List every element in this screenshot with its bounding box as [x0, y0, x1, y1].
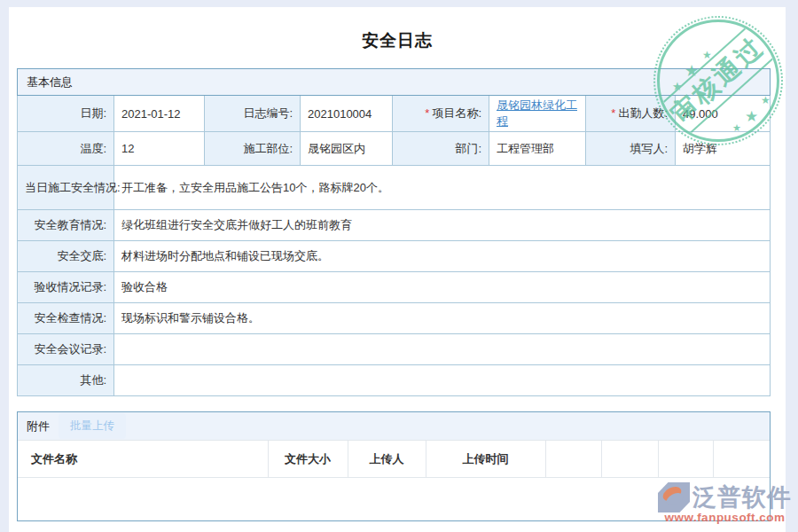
- project-name-link[interactable]: 晟铭园林绿化工程: [497, 98, 577, 128]
- col-header-file-size: 文件大小: [268, 441, 348, 478]
- field-value-construction-location: 晟铭园区内: [301, 132, 393, 166]
- field-label-construction-location: 施工部位:: [205, 132, 301, 166]
- attachments-table: 文件名称 文件大小 上传人 上传时间: [18, 440, 770, 520]
- detail-row-other: 其他:: [18, 365, 771, 396]
- field-label-temperature: 温度:: [18, 132, 114, 166]
- field-label-log-number: 日志编号:: [205, 96, 301, 132]
- field-label-date: 日期:: [18, 96, 114, 132]
- table-row: 温度: 12 施工部位: 晟铭园区内 部门: 工程管理部 填写人: 胡学辉: [18, 132, 771, 166]
- detail-row-safety-education: 安全教育情况: 绿化班组进行安全交底并做好工人的班前教育: [18, 210, 771, 241]
- batch-upload-button[interactable]: 批量上传: [59, 413, 126, 439]
- field-label: 安全交底:: [18, 241, 114, 272]
- field-value: [114, 334, 771, 365]
- detail-row-safety-inspection: 安全检查情况: 现场标识和警示铺设合格。: [18, 303, 771, 334]
- field-label-project-name: *项目名称:: [393, 96, 489, 132]
- attachments-title: 附件: [27, 419, 50, 434]
- field-value-date: 2021-01-12: [114, 96, 205, 132]
- field-value-log-number: 2021010004: [301, 96, 393, 132]
- field-label: 当日施工安全情况:: [18, 166, 114, 210]
- field-value: 验收合格: [114, 272, 771, 303]
- required-marker: *: [425, 106, 429, 120]
- brand-url: www.fanpusoft.com: [658, 511, 792, 524]
- col-header-empty: [658, 441, 713, 478]
- field-value-department: 工程管理部: [489, 132, 586, 166]
- col-header-file-name: 文件名称: [18, 441, 268, 478]
- field-value: 开工准备，立安全用品施工公告10个，路标牌20个。: [114, 166, 771, 210]
- detail-row-safety-briefing: 安全交底: 材料进场时分配地点和铺设已现场交底。: [18, 241, 771, 272]
- brand-name: 泛普软件: [692, 481, 792, 513]
- field-value-attendance: 49.000: [676, 96, 771, 132]
- field-value-project-name: 晟铭园林绿化工程: [489, 96, 586, 132]
- page-content: 安全日志 基本信息 日期: 2021-01-12 日志编号: 202101000…: [9, 7, 786, 532]
- field-value: 材料进场时分配地点和铺设已现场交底。: [114, 241, 771, 272]
- col-header-empty: [601, 441, 658, 478]
- attachments-header-row: 文件名称 文件大小 上传人 上传时间: [18, 441, 770, 478]
- field-value-filled-by: 胡学辉: [676, 132, 771, 166]
- field-label: 安全会议记录:: [18, 334, 114, 365]
- page-title: 安全日志: [9, 29, 786, 52]
- field-value-temperature: 12: [114, 132, 205, 166]
- attachments-empty-row: [18, 478, 770, 520]
- required-marker: *: [611, 106, 615, 120]
- col-header-empty: [545, 441, 601, 478]
- field-value: 现场标识和警示铺设合格。: [114, 303, 771, 334]
- field-label: 其他:: [18, 365, 114, 396]
- col-header-uploader: 上传人: [348, 441, 426, 478]
- field-label-attendance: *出勤人数:: [586, 96, 676, 132]
- field-label: 验收情况记录:: [18, 272, 114, 303]
- field-label: 安全检查情况:: [18, 303, 114, 334]
- detail-row-safety-meeting: 安全会议记录:: [18, 334, 771, 365]
- col-header-empty: [713, 441, 770, 478]
- section-header-basic-info: 基本信息: [18, 69, 771, 96]
- table-row: 日期: 2021-01-12 日志编号: 2021010004 *项目名称: 晟…: [18, 96, 771, 132]
- col-header-upload-time: 上传时间: [426, 441, 545, 478]
- basic-info-table: 基本信息 日期: 2021-01-12 日志编号: 2021010004 *项目…: [17, 68, 771, 396]
- fanpu-logo-icon: [658, 482, 690, 512]
- section-title: 基本信息: [18, 69, 771, 96]
- brand-logo: 泛普软件 www.fanpusoft.com: [658, 481, 792, 524]
- field-label-department: 部门:: [393, 132, 489, 166]
- field-value: 绿化班组进行安全交底并做好工人的班前教育: [114, 210, 771, 241]
- field-label: 安全教育情况:: [18, 210, 114, 241]
- detail-row-acceptance-record: 验收情况记录: 验收合格: [18, 272, 771, 303]
- brand-row: 泛普软件: [658, 481, 792, 513]
- detail-row-daily-safety: 当日施工安全情况: 开工准备，立安全用品施工公告10个，路标牌20个。: [18, 166, 771, 210]
- field-label-filled-by: 填写人:: [586, 132, 676, 166]
- attachments-header: 附件 批量上传: [18, 412, 770, 440]
- attachments-empty-body: [18, 478, 770, 520]
- field-value: [114, 365, 771, 396]
